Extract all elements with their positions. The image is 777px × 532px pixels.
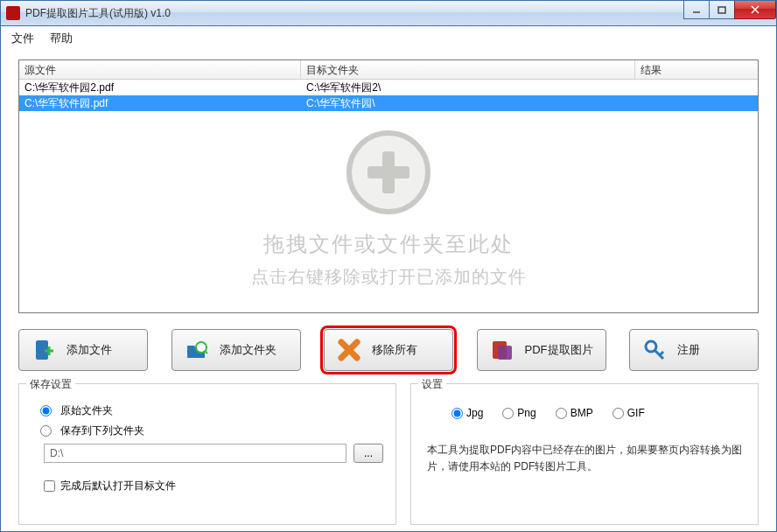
plus-icon <box>346 130 430 214</box>
extract-label: PDF提取图片 <box>525 342 593 358</box>
th-result[interactable]: 结果 <box>635 60 758 79</box>
app-icon <box>6 6 20 20</box>
menu-file[interactable]: 文件 <box>11 31 34 46</box>
settings-description: 本工具为提取PDF内容中已经存在的图片，如果要整页内容转换为图片，请使用本站的 … <box>427 442 742 475</box>
save-settings-legend: 保存设置 <box>26 377 75 392</box>
radio-gif-label: GIF <box>627 407 645 419</box>
pdf-extract-icon <box>490 338 514 362</box>
drop-hint-line2: 点击右键移除或打开已添加的文件 <box>19 265 758 289</box>
open-after-checkbox[interactable] <box>44 480 55 492</box>
radio-png[interactable] <box>502 408 514 419</box>
radio-bmp[interactable] <box>556 408 567 419</box>
remove-all-button[interactable]: 移除所有 <box>324 329 453 371</box>
radio-original-folder[interactable] <box>40 405 52 416</box>
radio-gif[interactable] <box>612 408 624 419</box>
titlebar: PDF提取图片工具(试用版) v1.0 <box>0 0 777 26</box>
table-row[interactable]: C:\华军软件园2.pdfC:\华军软件园2\ <box>19 80 758 95</box>
th-target[interactable]: 目标文件夹 <box>301 60 635 79</box>
save-path-input[interactable] <box>44 444 346 463</box>
add-file-icon <box>32 338 56 362</box>
add-file-label: 添加文件 <box>66 342 112 358</box>
minimize-button[interactable] <box>683 1 710 19</box>
file-table[interactable]: 源文件 目标文件夹 结果 C:\华军软件园2.pdfC:\华军软件园2\C:\华… <box>18 60 759 313</box>
radio-bmp-label: BMP <box>570 407 593 419</box>
radio-custom-label: 保存到下列文件夹 <box>60 424 144 438</box>
remove-icon <box>337 338 361 362</box>
toolbar: 添加文件 添加文件夹 移除所有 PDF提取图片 注册 <box>18 329 759 371</box>
radio-png-label: Png <box>517 407 536 419</box>
svg-line-6 <box>205 351 207 354</box>
key-icon <box>642 338 667 362</box>
cell-result <box>635 80 758 95</box>
settings-panels: 保存设置 原始文件夹 保存到下列文件夹 ... 完成后默认打开目标文件 设置 J… <box>18 383 759 525</box>
cell-target: C:\华军软件园\ <box>301 95 635 111</box>
client-area: 文件 帮助 源文件 目标文件夹 结果 C:\华军软件园2.pdfC:\华军软件园… <box>0 26 777 532</box>
svg-line-11 <box>660 352 663 355</box>
cell-source: C:\华军软件园.pdf <box>19 95 301 111</box>
menubar: 文件 帮助 <box>1 26 776 51</box>
drop-hint-line1: 拖拽文件或文件夹至此处 <box>19 230 758 258</box>
register-button[interactable]: 注册 <box>629 329 759 371</box>
menu-help[interactable]: 帮助 <box>50 31 73 46</box>
settings-legend: 设置 <box>418 377 446 392</box>
svg-rect-1 <box>718 7 725 13</box>
svg-rect-8 <box>498 346 512 360</box>
add-folder-icon <box>185 338 209 362</box>
drop-hint: 拖拽文件或文件夹至此处 点击右键移除或打开已添加的文件 <box>19 130 758 289</box>
add-file-button[interactable]: 添加文件 <box>18 329 148 371</box>
radio-custom-folder[interactable] <box>40 425 52 437</box>
extract-button[interactable]: PDF提取图片 <box>477 329 606 371</box>
radio-jpg-label: Jpg <box>466 407 483 419</box>
save-settings-group: 保存设置 原始文件夹 保存到下列文件夹 ... 完成后默认打开目标文件 <box>18 383 396 525</box>
radio-jpg[interactable] <box>452 408 463 419</box>
table-row[interactable]: C:\华军软件园.pdfC:\华军软件园\ <box>19 95 758 111</box>
browse-button[interactable]: ... <box>354 444 383 463</box>
open-after-label: 完成后默认打开目标文件 <box>60 479 176 494</box>
remove-all-label: 移除所有 <box>372 342 417 358</box>
settings-group: 设置 Jpg Png BMP GIF 本工具为提取PDF内容中已经存在的图片，如… <box>410 383 759 525</box>
table-body: C:\华军软件园2.pdfC:\华军软件园2\C:\华军软件园.pdfC:\华军… <box>19 80 758 111</box>
cell-result <box>635 95 758 111</box>
table-header: 源文件 目标文件夹 结果 <box>19 60 758 80</box>
cell-source: C:\华军软件园2.pdf <box>19 80 301 95</box>
maximize-button[interactable] <box>709 1 735 19</box>
close-button[interactable] <box>734 1 776 19</box>
window-controls <box>684 1 776 19</box>
register-label: 注册 <box>677 342 700 358</box>
cell-target: C:\华军软件园2\ <box>301 80 635 95</box>
radio-original-label: 原始文件夹 <box>60 403 113 418</box>
add-folder-button[interactable]: 添加文件夹 <box>172 329 301 371</box>
window-title: PDF提取图片工具(试用版) v1.0 <box>25 6 171 21</box>
th-source[interactable]: 源文件 <box>19 60 301 79</box>
add-folder-label: 添加文件夹 <box>220 342 276 358</box>
